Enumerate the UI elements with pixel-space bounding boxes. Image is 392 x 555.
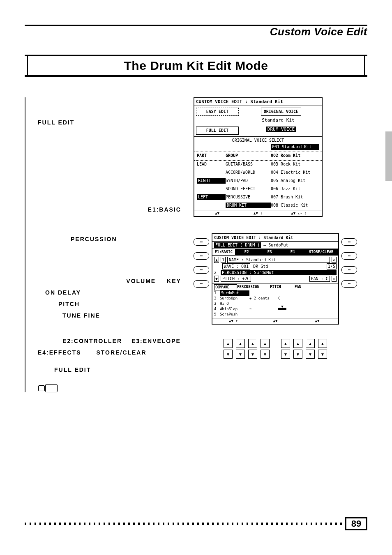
arrow-up-8[interactable]: ▲	[318, 339, 327, 348]
arrow-up-4[interactable]: ▲	[261, 339, 270, 348]
lcd1-row: RIGHTSYNTH/PAD005 Analog Kit	[194, 177, 322, 185]
panel-left-btn-4[interactable]	[194, 280, 209, 288]
return-icon: ↩	[332, 257, 337, 263]
lcd1-foot-3: ▲▼ ▴▾ ⇕	[279, 210, 319, 216]
lcd1-row2-extra: 002 Room Kit	[271, 153, 319, 159]
lcd1-foot-2: ▲▼ ⇕	[238, 210, 278, 216]
lcd1-ovs-title: ORIGINAL VOICE SELECT	[194, 136, 322, 143]
label-full-edit-2: FULL EDIT	[54, 366, 91, 373]
lcd2-wave-val: DR Std	[252, 264, 325, 269]
lcd2-pitch-val: +2C	[242, 276, 249, 281]
lcd2-badge-right: 1/5	[327, 263, 337, 269]
label-e3-envelope: E3:ENVELOPE	[131, 338, 181, 344]
label-e2-controller: E2:CONTROLLER	[62, 338, 122, 344]
lcd1-foot-1: ▲▼	[197, 210, 238, 216]
lcd2-compare: COMPARE	[214, 284, 237, 290]
lcd2-tab-e4: E4	[281, 249, 304, 255]
label-pitch: PITCH	[58, 301, 80, 307]
lcd1-col-group: GROUP	[226, 153, 271, 159]
arrow-down-6[interactable]: ▼	[293, 350, 302, 359]
arrow-up-7[interactable]: ▲	[306, 339, 315, 348]
label-e4-effects: E4:EFFECTS	[38, 349, 81, 356]
page-header-title: Custom Voice Edit	[25, 25, 367, 38]
arrow-down-8[interactable]: ▼	[318, 350, 327, 359]
arrow-down-3[interactable]: ▼	[248, 350, 257, 359]
panel-right-btn-3[interactable]	[341, 266, 357, 274]
lcd1-title: CUSTOM VOICE EDIT : Standard Kit	[194, 98, 322, 106]
page-number: 89	[345, 517, 367, 530]
lcd2-foot-2: ▲▼	[254, 318, 296, 324]
lcd2-th-pitch: PITCH	[270, 284, 295, 290]
panel-left-btn-1[interactable]	[194, 238, 209, 246]
lcd2-perc: PERCUSSION : SurdoMut	[221, 270, 337, 275]
panel-right-btn-2[interactable]	[341, 252, 357, 260]
lcd2-crumb-left: FULL EDIT ( DRUM )	[214, 242, 261, 248]
label-store-clear: STORE/CLEAR	[96, 349, 146, 356]
lcd2-pan-val: C	[326, 276, 328, 281]
panel-right-btn-1[interactable]	[341, 238, 357, 246]
panel-left-btn-2[interactable]	[194, 252, 209, 260]
lcd1-col-part: PART	[197, 153, 226, 159]
lcd1-drum-voice: DRUM VOICE	[266, 127, 296, 132]
lcd2-table-row: 3Hi Q	[214, 301, 337, 306]
label-key: KEY	[167, 278, 181, 284]
lcd2-table-row: 4WhipSlap~	[214, 306, 337, 312]
footer-dots	[25, 523, 342, 525]
lcd2-title: CUSTOM VOICE EDIT : Standard Kit	[212, 234, 338, 242]
lcd1-row: SOUND EFFECT006 Jazz Kit	[194, 185, 322, 193]
lcd2-th-perc: PERCUSSION	[237, 284, 270, 290]
lcd2-table-row: 1SurdoMut	[214, 290, 337, 296]
lcd2-crumb-right: – SurdoMut	[263, 243, 288, 247]
lcd2-table-row: 2SurdoOpn+ 2 centsC	[214, 296, 337, 301]
label-tune-fine: TUNE FINE	[62, 312, 100, 319]
lcd2-tab-e1: E1:BASIC	[212, 249, 235, 255]
lcd1-standard-kit: Standard Kit	[236, 117, 320, 123]
label-percussion: PERCUSSION	[71, 236, 117, 242]
lcd2-th-pan: PAN	[295, 284, 311, 290]
lcd2-tab-e3: E3	[258, 249, 281, 255]
label-e1-basic: E1:BASIC	[148, 206, 181, 213]
arrow-up-3[interactable]: ▲	[248, 339, 257, 348]
lcd1-original-voice: ORIGINAL VOICE	[261, 108, 301, 116]
lcd2-foot-3: ▲▼	[296, 318, 338, 324]
arrow-down-1[interactable]: ▼	[224, 350, 233, 359]
arrow-down-5[interactable]: ▼	[281, 350, 290, 359]
lcd1-selected-row: 001 Standard Kit	[271, 144, 319, 150]
lcd2-wave-label: WAVE : 001	[222, 263, 250, 269]
lcd2-foot-1: ▲▼ ▾	[212, 318, 254, 324]
lcd1-full-edit-btn: FULL EDIT	[196, 127, 239, 135]
arrow-up-5[interactable]: ▲	[281, 339, 290, 348]
lcd2-tab-store: STORE/CLEAR	[304, 249, 338, 255]
lcd2-pitch-label: PITCH :	[222, 276, 240, 281]
arrow-down-2[interactable]: ▼	[236, 350, 245, 359]
lcd1-row: LEFTPERCUSSIVE007 Brush Kit	[194, 193, 322, 202]
label-volume: VOLUME	[126, 278, 156, 284]
arrow-down-7[interactable]: ▼	[306, 350, 315, 359]
lcd-screenshot-full-edit-drum: CUSTOM VOICE EDIT : Standard Kit FULL ED…	[212, 233, 339, 325]
panel-left-btn-3[interactable]	[194, 266, 209, 274]
lcd1-row: ACCORD/WORLD004 Electric Kit	[194, 169, 322, 177]
lcd2-tab-e2: E2	[235, 249, 258, 255]
panel-right-btn-4[interactable]	[341, 280, 357, 288]
arrow-up-6[interactable]: ▲	[293, 339, 302, 348]
lcd-screenshot-original-voice-select: CUSTOM VOICE EDIT : Standard Kit EASY ED…	[194, 97, 323, 217]
main-title: The Drum Kit Edit Mode	[124, 59, 268, 72]
label-on-delay: ON DELAY	[45, 289, 81, 296]
lcd2-name: NAME : Standard Kit	[227, 257, 330, 263]
lcd1-row: LEADGUITAR/BASS003 Rock Kit	[194, 161, 322, 169]
label-full-edit: FULL EDIT	[38, 119, 74, 126]
lcd2-table-row: 5ScraPush	[214, 312, 337, 317]
lcd1-easy-edit: EASY EDIT	[196, 108, 239, 116]
lcd1-row: DRUM KIT008 Classic Kit	[194, 202, 322, 210]
double-arrow-icon: ⇔	[332, 276, 337, 282]
arrow-up-2[interactable]: ▲	[236, 339, 245, 348]
thumb-tab	[385, 131, 392, 181]
arrow-up-1[interactable]: ▲	[224, 339, 233, 348]
panel-arrow-buttons: ▲▼ ▲▼ ▲▼ ▲▼ ▲▼ ▲▼ ▲▼ ▲▼	[212, 339, 339, 359]
arrow-down-4[interactable]: ▼	[261, 350, 270, 359]
lcd2-pan-label: PAN :	[311, 276, 323, 281]
note-icon	[45, 384, 58, 392]
main-title-box: The Drum Kit Edit Mode	[25, 55, 367, 77]
